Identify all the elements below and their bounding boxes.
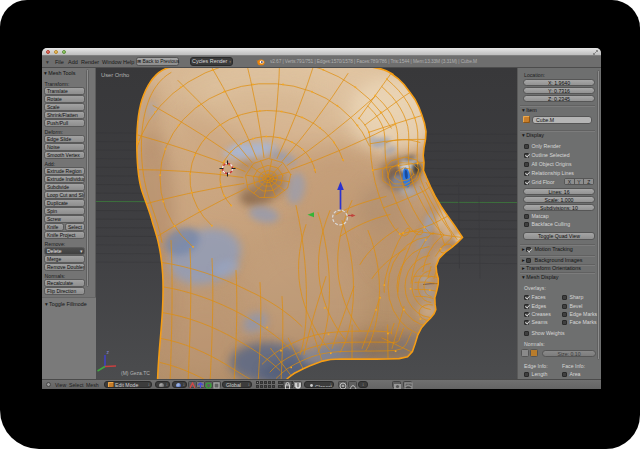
svg-text:(M) Geza.TC: (M) Geza.TC bbox=[121, 369, 150, 375]
svg-text:User Ortho: User Ortho bbox=[101, 72, 129, 78]
